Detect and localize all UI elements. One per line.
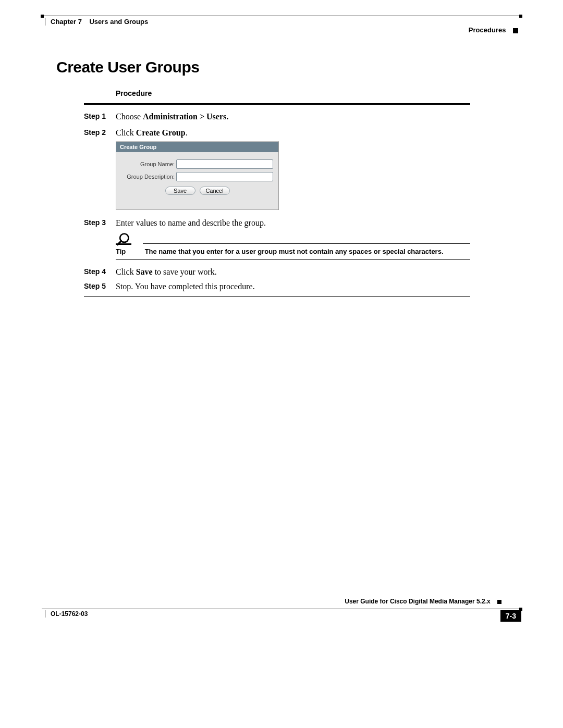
header-rule [42,16,521,16]
cancel-button[interactable]: Cancel [200,187,230,195]
footer-guide-text: User Guide for Cisco Digital Media Manag… [345,598,490,605]
tip-icon-underline [116,243,131,245]
tip-bottom-rule [116,259,470,260]
create-group-dialog: Create Group Group Name: Group Descripti… [116,141,279,210]
step4-prefix: Click [116,267,136,276]
section-box-icon [513,28,518,33]
step1-prefix: Choose [116,112,143,121]
step2-label: Step 2 [84,128,106,137]
section-label: Procedures [469,26,506,34]
dialog-body: Group Name: Group Description: Save Canc… [116,152,278,209]
group-name-label: Group Name: [121,161,176,167]
procedure-top-rule [84,103,470,105]
chapter-num: Chapter 7 [51,18,82,26]
step2-suffix: . [186,128,188,137]
footer-guide: User Guide for Cisco Digital Media Manag… [345,598,501,605]
step4-label: Step 4 [84,267,106,276]
step2-bold: Create Group [136,128,186,137]
procedure-heading: Procedure [116,89,152,97]
step1-bold: Administration > Users. [143,112,228,121]
page-title: Create User Groups [56,58,199,76]
step4-suffix: to save your work. [153,267,217,276]
footer-docnum: OL-15762-03 [45,610,88,618]
group-name-row: Group Name: [121,159,273,169]
tip-body: The name that you enter for a user group… [145,248,444,255]
step3-body: Enter values to name and describe the gr… [116,218,470,229]
step1-label: Step 1 [84,112,106,120]
step4-body: Click Save to save your work. [116,267,470,278]
step5-body: Stop. You have completed this procedure. [116,281,470,292]
step2-prefix: Click [116,128,136,137]
procedure-bottom-rule [84,296,470,297]
header-section: Procedures [469,26,518,34]
footer-guide-box-icon [497,600,501,604]
dialog-button-row: Save Cancel [121,187,273,195]
step3-label: Step 3 [84,218,106,227]
tip-text-row: Tip The name that you enter for a user g… [116,248,470,255]
step2-body: Click Create Group. [116,128,470,139]
header-chapter: Chapter 7 Users and Groups [45,18,148,26]
group-desc-label: Group Description: [121,174,176,180]
step5-label: Step 5 [84,282,106,290]
chapter-title: Users and Groups [89,18,148,26]
group-desc-input[interactable] [176,172,273,181]
step4-bold: Save [136,267,153,276]
group-desc-row: Group Description: [121,172,273,181]
dialog-title: Create Group [116,142,278,152]
tip-label: Tip [116,248,143,255]
step1-body: Choose Administration > Users. [116,112,470,122]
group-name-input[interactable] [176,159,273,169]
page-number: 7-3 [500,610,521,622]
save-button[interactable]: Save [165,187,195,195]
tip-top-rule [143,243,470,244]
footer-rule [42,609,521,609]
